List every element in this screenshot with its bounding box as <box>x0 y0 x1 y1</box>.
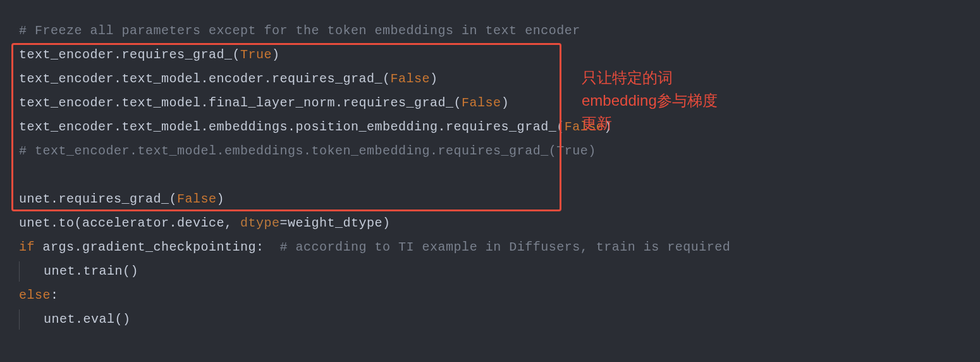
comment-text: # according to TI example in Diffusers, … <box>280 240 731 254</box>
code-line-10: if args.gradient_checkpointing: # accord… <box>19 235 974 259</box>
code-line-3: text_encoder.text_model.encoder.requires… <box>19 67 974 91</box>
code-line-8: unet.requires_grad_(False) <box>19 187 974 211</box>
code-line-1: # Freeze all parameters except for the t… <box>19 19 974 43</box>
code-line-9: unet.to(accelerator.device, dtype=weight… <box>19 211 974 235</box>
comment-text: # Freeze all parameters except for the t… <box>19 23 580 38</box>
code-line-11: unet.train() <box>19 259 974 284</box>
code-line-6: # text_encoder.text_model.embeddings.tok… <box>19 139 974 163</box>
code-line-5: text_encoder.text_model.embeddings.posit… <box>19 115 974 139</box>
code-line-7 <box>19 163 974 187</box>
comment-text: # text_encoder.text_model.embeddings.tok… <box>19 144 596 158</box>
code-line-2: text_encoder.requires_grad_(True) <box>19 43 974 67</box>
code-block: # Freeze all parameters except for the t… <box>19 19 974 332</box>
indent-guide <box>19 261 44 282</box>
code-line-4: text_encoder.text_model.final_layer_norm… <box>19 91 974 115</box>
code-line-13: unet.eval() <box>19 308 974 332</box>
code-line-12: else: <box>19 284 974 308</box>
indent-guide <box>19 309 44 330</box>
